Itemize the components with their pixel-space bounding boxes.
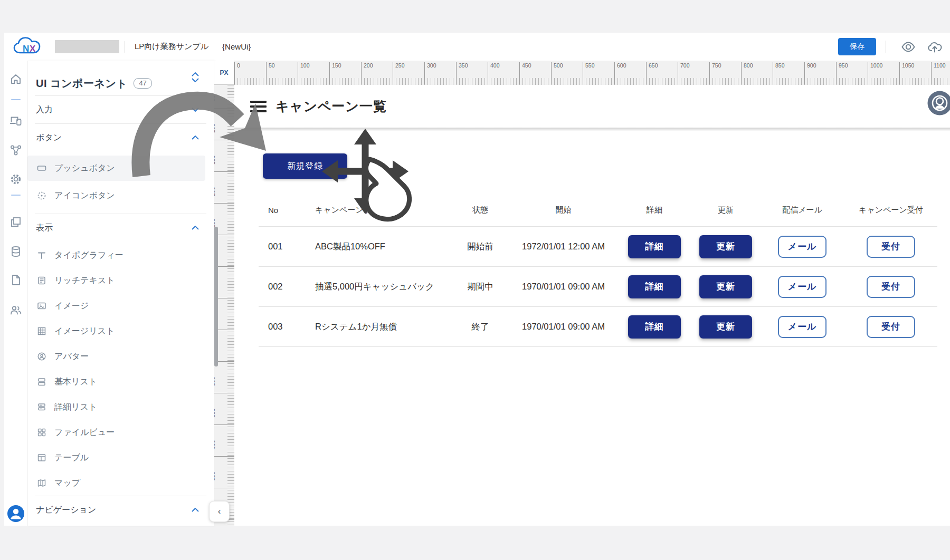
- document-icon[interactable]: [10, 274, 22, 286]
- component-item-label: 詳細リスト: [54, 402, 97, 413]
- accept-button[interactable]: 受付: [867, 236, 915, 258]
- top-header: N X LP向け業務サンプル {NewUi} 保存: [4, 33, 950, 61]
- fileview-icon: [37, 428, 46, 437]
- rail-divider: [11, 99, 21, 100]
- ruler-label: 300: [424, 62, 436, 84]
- chevron-up-icon: [192, 508, 199, 512]
- component-item-detaillist[interactable]: 詳細リスト: [27, 394, 214, 420]
- publish-cloud-upload-icon[interactable]: [927, 40, 942, 54]
- header-divider: [125, 41, 125, 53]
- table-icon: [37, 453, 46, 462]
- image-icon: [37, 301, 46, 311]
- component-item-image[interactable]: イメージ: [27, 293, 214, 318]
- component-item-push-button[interactable]: プッシュボタン: [27, 156, 205, 181]
- component-item-label: リッチテキスト: [54, 275, 115, 286]
- section-display[interactable]: 表示: [27, 214, 214, 242]
- component-item-icon-button[interactable]: アイコンボタン: [27, 183, 214, 208]
- cell-status: 終了: [451, 321, 509, 333]
- push-button-icon: [37, 163, 46, 173]
- column-header: 状態: [451, 205, 509, 215]
- person-avatar-icon[interactable]: [927, 91, 950, 115]
- column-header: 詳細: [618, 205, 691, 215]
- ruler-label: 50: [266, 62, 275, 84]
- display-section-items: タイポグラフィー リッチテキスト イメージ: [27, 242, 214, 496]
- component-item-label: 基本リスト: [54, 376, 97, 388]
- component-item-table[interactable]: テーブル: [27, 445, 214, 470]
- typography-icon: [37, 250, 46, 260]
- component-item-richtext[interactable]: リッチテキスト: [27, 268, 214, 293]
- chevron-down-icon: [192, 108, 199, 112]
- ruler-label: 1050: [899, 62, 914, 84]
- update-button[interactable]: 更新: [699, 275, 752, 298]
- detail-button[interactable]: 詳細: [628, 315, 681, 339]
- ruler-label: 600: [614, 62, 626, 84]
- detail-button[interactable]: 詳細: [628, 235, 681, 258]
- section-label: 入力: [36, 104, 192, 115]
- preview-eye-icon[interactable]: [901, 40, 916, 54]
- table-row: 002 抽選5,000円キャッシュバック 期間中 1970/01/01 09:0…: [259, 267, 937, 307]
- redacted-project-id: [55, 40, 119, 53]
- component-item-fileview[interactable]: ファイルビュー: [27, 420, 214, 445]
- panel-title: UI コンポーネント: [36, 76, 127, 91]
- update-button[interactable]: 更新: [699, 235, 752, 258]
- home-icon[interactable]: [10, 73, 22, 85]
- component-item-basiclist[interactable]: 基本リスト: [27, 369, 214, 394]
- ruler-label: 500: [551, 62, 563, 84]
- cell-name: 抽選5,000円キャッシュバック: [301, 281, 451, 293]
- user-avatar-icon[interactable]: [7, 505, 25, 523]
- workflow-icon[interactable]: [10, 144, 22, 157]
- save-button[interactable]: 保存: [838, 38, 876, 55]
- page-name: {NewUi}: [222, 42, 251, 51]
- database-icon[interactable]: [10, 245, 22, 258]
- nx-cloud-logo-icon: N X: [13, 35, 45, 59]
- new-registration-button[interactable]: 新規登録: [263, 153, 347, 179]
- component-item-typography[interactable]: タイポグラフィー: [27, 243, 214, 268]
- detaillist-icon: [37, 402, 46, 412]
- canvas-scrollbar-thumb[interactable]: [214, 227, 218, 366]
- section-navigation[interactable]: ナビゲーション: [27, 496, 214, 524]
- column-header: 更新: [691, 205, 760, 215]
- pages-icon[interactable]: [10, 216, 22, 228]
- component-item-avatar[interactable]: アバター: [27, 344, 214, 369]
- ruler-label: 700: [678, 62, 690, 84]
- cell-no: 002: [259, 282, 301, 292]
- campaign-table: No キャンペーン名 状態 開始 詳細 更新 配信メール キャンペーン受付 00…: [259, 194, 937, 347]
- hamburger-icon[interactable]: [250, 101, 267, 112]
- mail-button[interactable]: メール: [778, 236, 826, 258]
- page-app-bar: キャンペーン一覧: [234, 85, 950, 128]
- ruler-label: 550: [214, 424, 234, 425]
- panel-title-row: UI コンポーネント 47: [27, 61, 214, 95]
- column-header: No: [259, 206, 301, 215]
- accept-button[interactable]: 受付: [867, 276, 915, 298]
- section-input[interactable]: 入力: [27, 96, 214, 123]
- mail-button[interactable]: メール: [778, 316, 826, 338]
- detail-button[interactable]: 詳細: [628, 275, 681, 298]
- devices-icon[interactable]: [10, 114, 22, 127]
- ruler-label: 100: [214, 140, 234, 140]
- update-button[interactable]: 更新: [699, 315, 752, 339]
- section-buttons[interactable]: ボタン: [27, 124, 214, 151]
- ruler-label: 600: [214, 456, 234, 457]
- ruler-label: 950: [836, 62, 848, 84]
- ruler-label: 800: [741, 62, 753, 84]
- users-icon[interactable]: [10, 304, 22, 316]
- mail-button[interactable]: メール: [778, 276, 826, 298]
- component-item-imagelist[interactable]: イメージリスト: [27, 318, 214, 344]
- ruler-label: 650: [214, 488, 234, 488]
- component-item-label: マップ: [54, 478, 80, 489]
- ruler-label: 100: [298, 62, 310, 84]
- rail-divider: [11, 195, 21, 196]
- column-header: キャンペーン名: [301, 205, 451, 215]
- ruler-label: 350: [456, 62, 468, 84]
- svg-text:N: N: [23, 44, 29, 54]
- panel-collapse-button[interactable]: ‹: [209, 501, 230, 522]
- collapse-all-control[interactable]: [192, 72, 199, 82]
- gear-icon[interactable]: [10, 173, 22, 186]
- cell-start: 1970/01/01 09:00 AM: [509, 322, 618, 332]
- accept-button[interactable]: 受付: [867, 316, 915, 338]
- ruler-label: 650: [646, 62, 658, 84]
- basiclist-icon: [37, 377, 46, 387]
- vertical-ruler: 5010015020025030035040045050055060065070…: [214, 85, 235, 526]
- component-item-map[interactable]: マップ: [27, 470, 214, 496]
- ruler-label: 500: [214, 393, 234, 393]
